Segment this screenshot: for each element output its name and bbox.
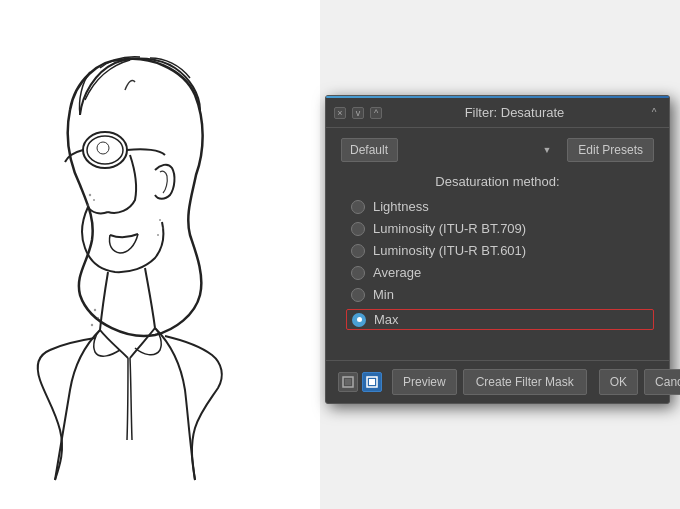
svg-point-8 xyxy=(162,227,164,229)
close-button[interactable]: × xyxy=(334,107,346,119)
preset-row: Default Edit Presets xyxy=(341,138,654,162)
radio-label-luminosity-709: Luminosity (ITU-R BT.709) xyxy=(373,221,526,236)
preset-select-wrap: Default xyxy=(341,138,559,162)
radio-circle-average xyxy=(351,266,365,280)
svg-point-12 xyxy=(91,324,93,326)
cancel-button[interactable]: Cancel xyxy=(644,369,680,395)
radio-circle-lightness xyxy=(351,200,365,214)
sketch-image xyxy=(0,0,320,509)
radio-label-min: Min xyxy=(373,287,394,302)
dialog-titlebar: × v ^ Filter: Desaturate ^ xyxy=(326,98,669,128)
radio-circle-luminosity-601 xyxy=(351,244,365,258)
radio-lightness[interactable]: Lightness xyxy=(351,199,654,214)
svg-rect-16 xyxy=(369,379,375,385)
preview-button[interactable]: Preview xyxy=(392,369,457,395)
dialog-title: Filter: Desaturate xyxy=(388,105,641,120)
radio-label-luminosity-601: Luminosity (ITU-R BT.601) xyxy=(373,243,526,258)
svg-point-9 xyxy=(157,234,159,236)
radio-label-lightness: Lightness xyxy=(373,199,429,214)
ok-button[interactable]: OK xyxy=(599,369,638,395)
radio-group: Lightness Luminosity (ITU-R BT.709) Lumi… xyxy=(341,199,654,330)
svg-point-4 xyxy=(89,194,91,196)
radio-label-average: Average xyxy=(373,265,421,280)
svg-rect-14 xyxy=(345,379,351,385)
collapse-button[interactable]: ^ xyxy=(647,106,661,120)
preset-dropdown[interactable]: Default xyxy=(341,138,398,162)
mask-icon[interactable] xyxy=(362,372,382,392)
radio-circle-luminosity-709 xyxy=(351,222,365,236)
radio-average[interactable]: Average xyxy=(351,265,654,280)
svg-point-6 xyxy=(87,204,89,206)
layer-icon[interactable] xyxy=(338,372,358,392)
radio-luminosity-601[interactable]: Luminosity (ITU-R BT.601) xyxy=(351,243,654,258)
svg-point-5 xyxy=(93,199,95,201)
filter-dialog: × v ^ Filter: Desaturate ^ Default Edit … xyxy=(325,95,670,404)
radio-min[interactable]: Min xyxy=(351,287,654,302)
radio-max[interactable]: Max xyxy=(346,309,654,330)
radio-circle-max xyxy=(352,313,366,327)
dialog-footer: Preview Create Filter Mask OK Cancel xyxy=(326,360,669,403)
svg-point-7 xyxy=(159,219,161,221)
svg-point-3 xyxy=(97,142,109,154)
radio-luminosity-709[interactable]: Luminosity (ITU-R BT.709) xyxy=(351,221,654,236)
radio-circle-min xyxy=(351,288,365,302)
expand-button[interactable]: ^ xyxy=(370,107,382,119)
svg-point-10 xyxy=(94,309,96,311)
svg-point-11 xyxy=(97,317,99,319)
radio-label-max: Max xyxy=(374,312,399,327)
section-label: Desaturation method: xyxy=(341,174,654,189)
create-filter-mask-button[interactable]: Create Filter Mask xyxy=(463,369,587,395)
dialog-body: Default Edit Presets Desaturation method… xyxy=(326,128,669,360)
edit-presets-button[interactable]: Edit Presets xyxy=(567,138,654,162)
pin-button[interactable]: v xyxy=(352,107,364,119)
footer-icons xyxy=(338,372,382,392)
